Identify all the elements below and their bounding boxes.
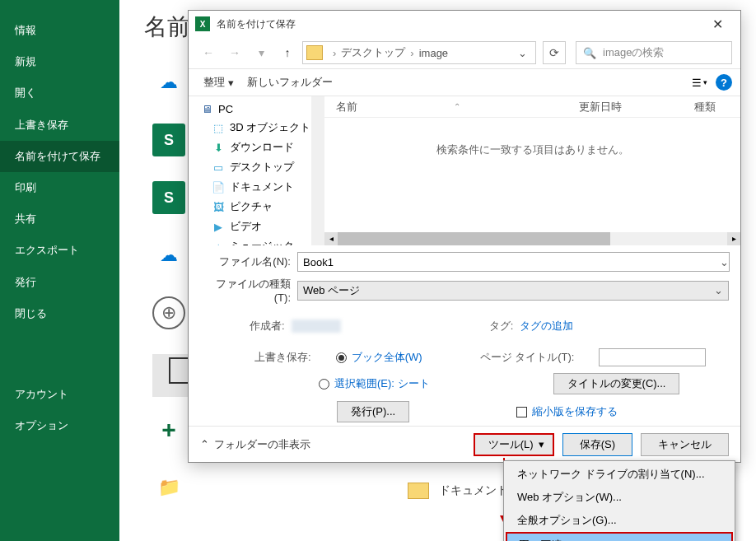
add-place-icon[interactable]: + bbox=[152, 413, 185, 446]
column-header-row: 名前⌃ 更新日時 種類 bbox=[324, 96, 740, 118]
video-icon: ▶ bbox=[212, 220, 225, 233]
forward-button[interactable]: → bbox=[223, 41, 246, 64]
author-label: 作成者: bbox=[250, 319, 285, 333]
empty-message: 検索条件に一致する項目はありません。 bbox=[324, 118, 740, 182]
nav-bar: ← → ▾ ↑ › デスクトップ › image ⌄ ⟳ 🔍 imageの検索 bbox=[189, 37, 740, 68]
tree-item-music[interactable]: ♪ミュージック bbox=[189, 236, 324, 245]
location-row[interactable]: ドキュメント bbox=[408, 483, 508, 499]
tree-item-videos[interactable]: ▶ビデオ bbox=[189, 217, 324, 236]
publish-button[interactable]: 発行(P)... bbox=[337, 401, 409, 422]
scroll-left-button[interactable]: ◂ bbox=[324, 232, 338, 245]
backstage-sidebar: 情報 新規 開く 上書き保存 名前を付けて保存 印刷 共有 エクスポート 発行 … bbox=[0, 0, 119, 541]
breadcrumb[interactable]: › デスクトップ › image ⌄ bbox=[302, 41, 536, 64]
search-icon: 🔍 bbox=[583, 47, 596, 59]
sidebar-item-print[interactable]: 印刷 bbox=[0, 172, 119, 203]
save-button[interactable]: 保存(S) bbox=[562, 433, 632, 456]
chevron-down-icon: ⌄ bbox=[714, 284, 723, 296]
filename-input[interactable] bbox=[297, 252, 730, 272]
pc-icon: 🖥 bbox=[200, 102, 213, 115]
chevron-down-icon[interactable]: ⌄ bbox=[720, 256, 729, 268]
pagetitle-input[interactable] bbox=[599, 348, 706, 366]
sidebar-item-open[interactable]: 開く bbox=[0, 77, 119, 109]
sidebar-item-export[interactable]: エクスポート bbox=[0, 235, 119, 266]
cancel-button[interactable]: キャンセル bbox=[641, 433, 729, 456]
filetype-combo[interactable]: Web ページ⌄ bbox=[297, 281, 729, 301]
sharepoint2-icon[interactable]: S bbox=[152, 181, 185, 214]
dialog-title: 名前を付けて保存 bbox=[217, 17, 296, 31]
newfolder-button[interactable]: 新しいフォルダー bbox=[240, 72, 339, 93]
column-type[interactable]: 種類 bbox=[683, 100, 740, 114]
filetype-label: ファイルの種類(T): bbox=[200, 277, 291, 304]
help-button[interactable]: ? bbox=[716, 74, 732, 91]
folder-icon bbox=[306, 45, 323, 60]
onedrive-icon[interactable]: ☁ bbox=[152, 66, 185, 99]
chevron-down-icon[interactable]: ⌄ bbox=[513, 47, 532, 59]
scroll-down-button[interactable]: ▾ bbox=[311, 232, 324, 245]
change-title-button[interactable]: タイトルの変更(C)... bbox=[553, 373, 680, 394]
tree-item-pictures[interactable]: 🖼ピクチャ bbox=[189, 197, 324, 217]
desktop-icon: ▭ bbox=[212, 161, 225, 174]
horizontal-scrollbar[interactable]: ◂ ▸ bbox=[324, 232, 740, 245]
sidebar-item-new[interactable]: 新規 bbox=[0, 46, 119, 77]
menu-map-network-drive[interactable]: ネットワーク ドライブの割り当て(N)... bbox=[506, 463, 733, 486]
column-date[interactable]: 更新日時 bbox=[567, 100, 683, 114]
folder-icon bbox=[408, 483, 429, 499]
scroll-up-button[interactable]: ▴ bbox=[311, 96, 324, 110]
tree-item-desktop[interactable]: ▭デスクトップ bbox=[189, 157, 324, 177]
sidebar-item-share[interactable]: 共有 bbox=[0, 203, 119, 235]
sidebar-item-saveas[interactable]: 名前を付けて保存 bbox=[0, 141, 119, 172]
column-name[interactable]: 名前⌃ bbox=[324, 100, 567, 114]
tree-item-3d[interactable]: ⬚3D オブジェクト bbox=[189, 118, 324, 138]
cube-icon: ⬚ bbox=[212, 121, 225, 134]
tag-label: タグ: bbox=[489, 319, 514, 333]
tree-item-pc[interactable]: 🖥PC bbox=[189, 100, 324, 118]
author-value[interactable] bbox=[292, 319, 341, 333]
chevron-right-icon[interactable]: › bbox=[329, 47, 339, 59]
breadcrumb-part[interactable]: image bbox=[419, 47, 448, 59]
filename-label: ファイル名(N): bbox=[200, 254, 291, 269]
chevron-down-icon: ▾ bbox=[228, 77, 234, 89]
onedrive2-icon[interactable]: ☁ bbox=[152, 239, 185, 272]
chevron-up-icon: ⌃ bbox=[200, 438, 209, 450]
view-mode-button[interactable]: ☰▾ bbox=[692, 77, 707, 89]
thumbnail-checkbox[interactable]: 縮小版を保存する bbox=[516, 404, 618, 419]
tree-item-documents[interactable]: 📄ドキュメント bbox=[189, 177, 324, 197]
hide-folders-toggle[interactable]: ⌃フォルダーの非表示 bbox=[200, 437, 310, 452]
organize-button[interactable]: 整理▾ bbox=[197, 72, 240, 93]
radio-whole-workbook[interactable]: ブック全体(W) bbox=[336, 350, 422, 365]
pagetitle-label: ページ タイトル(T): bbox=[480, 350, 575, 365]
saveopts-label: 上書き保存: bbox=[254, 350, 311, 365]
saveas-dialog: X 名前を付けて保存 ✕ ← → ▾ ↑ › デスクトップ › image ⌄ … bbox=[188, 10, 741, 463]
breadcrumb-part[interactable]: デスクトップ bbox=[341, 45, 405, 60]
menu-compress-pictures[interactable]: 図の圧縮(C)... bbox=[506, 532, 733, 541]
chevron-down-icon: ▾ bbox=[539, 438, 544, 450]
sharepoint-icon[interactable]: S bbox=[152, 124, 185, 156]
dialog-toolbar: 整理▾ 新しいフォルダー ☰▾ ? bbox=[189, 68, 740, 96]
radio-selection[interactable]: 選択範囲(E): シート bbox=[319, 376, 430, 391]
chevron-right-icon[interactable]: › bbox=[407, 47, 417, 59]
scrollbar-thumb[interactable] bbox=[338, 232, 610, 245]
scroll-right-button[interactable]: ▸ bbox=[727, 232, 740, 245]
recent-locations-button[interactable]: ▾ bbox=[250, 41, 273, 64]
sidebar-item-info[interactable]: 情報 bbox=[0, 15, 119, 46]
dialog-titlebar: X 名前を付けて保存 ✕ bbox=[189, 11, 740, 37]
close-button[interactable]: ✕ bbox=[701, 16, 734, 32]
search-input[interactable]: 🔍 imageの検索 bbox=[576, 41, 732, 64]
back-button[interactable]: ← bbox=[197, 41, 220, 64]
sites-icon[interactable]: ⊕ bbox=[152, 296, 185, 329]
sidebar-item-account[interactable]: アカウント bbox=[0, 379, 119, 410]
tree-item-downloads[interactable]: ⬇ダウンロード bbox=[189, 138, 324, 157]
add-tag-link[interactable]: タグの追加 bbox=[520, 319, 573, 333]
sidebar-item-save[interactable]: 上書き保存 bbox=[0, 110, 119, 141]
browse-icon[interactable]: 📁 bbox=[152, 471, 185, 504]
tools-button[interactable]: ツール(L)▾ bbox=[474, 433, 554, 456]
excel-icon: X bbox=[195, 16, 210, 31]
picture-icon: 🖼 bbox=[212, 200, 225, 213]
menu-general-options[interactable]: 全般オプション(G)... bbox=[506, 509, 733, 532]
sidebar-item-close[interactable]: 閉じる bbox=[0, 298, 119, 329]
up-button[interactable]: ↑ bbox=[276, 41, 299, 64]
menu-web-options[interactable]: Web オプション(W)... bbox=[506, 486, 733, 509]
sidebar-item-options[interactable]: オプション bbox=[0, 410, 119, 441]
sidebar-item-publish[interactable]: 発行 bbox=[0, 267, 119, 298]
refresh-button[interactable]: ⟳ bbox=[543, 41, 566, 64]
